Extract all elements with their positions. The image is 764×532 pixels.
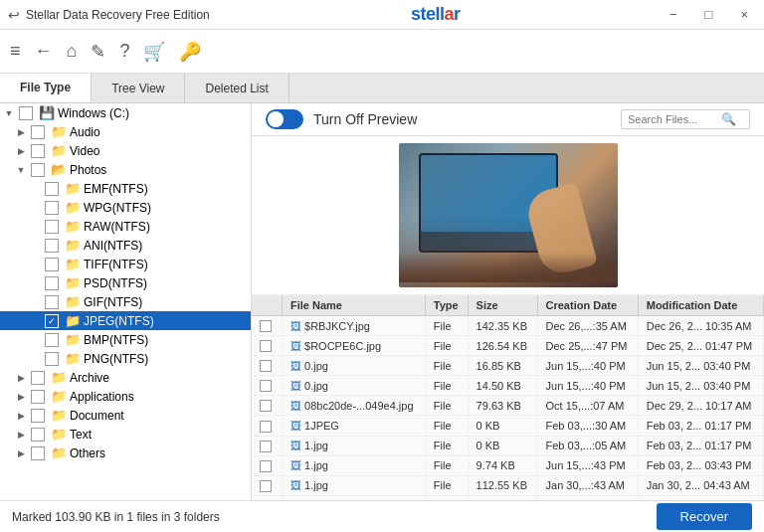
col-header-modified[interactable]: Modification Date [638,295,763,316]
expand-icon[interactable]: ▼ [2,108,16,118]
preview-toggle[interactable] [266,109,303,129]
item-checkbox[interactable] [31,163,45,177]
table-row[interactable]: 🖼 0.jpgFile14.50 KBJun 15,...:40 PMJun 1… [252,376,764,396]
folder-icon: 📁 [65,332,81,347]
file-icon: 🖼 [290,420,301,432]
sidebar-item-document[interactable]: ▶ 📁 Document [0,406,251,425]
sidebar-item-audio[interactable]: ▶ 📁 Audio [0,122,251,141]
item-checkbox[interactable] [45,182,59,196]
sidebar-item-text[interactable]: ▶ 📁 Text [0,425,251,443]
item-checkbox[interactable] [31,390,45,404]
sidebar-item-jpeg-ntfs[interactable]: ✓ 📁 JPEG(NTFS) [0,311,251,330]
col-header-filename[interactable]: File Name [283,295,426,316]
expand-icon[interactable]: ▼ [14,165,28,175]
item-checkbox[interactable] [45,352,59,366]
expand-icon[interactable]: ▶ [14,392,28,402]
help-icon[interactable]: ? [119,41,129,62]
row-checkbox[interactable] [260,360,272,372]
app-logo: stellar [411,4,461,25]
table-row[interactable]: 🖼 1.jpgFile112.55 KBJan 30,...:43 AMJan … [252,475,764,495]
row-checkbox[interactable] [260,460,272,472]
expand-icon[interactable]: ▶ [14,127,28,137]
item-checkbox[interactable] [31,446,45,460]
item-checkbox[interactable] [31,144,45,158]
item-checkbox[interactable] [45,333,59,347]
search-input[interactable] [628,113,717,125]
tab-tree-view[interactable]: Tree View [92,74,185,102]
sidebar-item-raw-ntfs[interactable]: 📁 RAW(NTFS) [0,217,251,236]
expand-icon[interactable]: ▶ [14,448,28,458]
sidebar-item-windows-c[interactable]: ▼ 💾 Windows (C:) [0,103,251,122]
folder-icon: 📁 [65,351,81,366]
col-header-created[interactable]: Creation Date [537,295,638,316]
main-layout: ▼ 💾 Windows (C:) ▶ 📁 Audio ▶ 📁 Video ▼ 📂… [0,103,764,500]
sidebar-item-ani-ntfs[interactable]: 📁 ANI(NTFS) [0,236,251,255]
close-button[interactable]: × [732,5,756,24]
sidebar-item-label: Document [70,409,124,423]
table-row[interactable]: 🖼 $ROCPE6C.jpgFile126.54 KBDec 25,...:47… [252,336,764,356]
expand-icon[interactable]: ▶ [14,146,28,156]
sidebar-item-label: JPEG(NTFS) [84,314,154,328]
row-checkbox[interactable] [260,480,272,492]
tab-deleted-list[interactable]: Deleted List [185,74,288,102]
item-checkbox[interactable]: ✓ [45,314,59,328]
item-checkbox[interactable] [31,409,45,423]
file-table-container: File Name Type Size Creation Date Modifi… [252,295,764,500]
file-name-cell: 🖼 1JPEG [283,416,426,436]
item-checkbox[interactable] [31,371,45,385]
folder-icon: 📁 [65,257,81,271]
row-checkbox[interactable] [260,400,272,412]
file-icon: 🖼 [290,440,301,451]
sidebar-item-others[interactable]: ▶ 📁 Others [0,443,251,462]
edit-icon[interactable]: ✎ [91,41,105,63]
item-checkbox[interactable] [45,220,59,234]
item-checkbox[interactable] [45,258,59,271]
table-row[interactable]: 🖼 1.jpgFile9.74 KBJun 15,...:43 PMFeb 03… [252,455,764,475]
row-checkbox[interactable] [260,380,272,392]
sidebar-item-gif-ntfs[interactable]: 📁 GIF(NTFS) [0,292,251,311]
sidebar-item-png-ntfs[interactable]: 📁 PNG(NTFS) [0,349,251,368]
expand-icon[interactable]: ▶ [14,430,28,440]
sidebar-item-emf-ntfs[interactable]: 📁 EMF(NTFS) [0,179,251,198]
row-checkbox[interactable] [260,320,272,332]
table-row[interactable]: 🖼 0.jpgFile16.85 KBJun 15,...:40 PMJun 1… [252,356,764,376]
col-header-size[interactable]: Size [468,295,537,316]
sidebar-item-bmp-ntfs[interactable]: 📁 BMP(NTFS) [0,330,251,349]
row-checkbox[interactable] [260,441,272,452]
drive-icon: 💾 [39,105,55,120]
item-checkbox[interactable] [45,239,59,253]
sidebar-item-archive[interactable]: ▶ 📁 Archive [0,368,251,387]
expand-icon[interactable]: ▶ [14,373,28,383]
tab-file-type[interactable]: File Type [0,74,92,102]
search-box: 🔍 [621,109,750,129]
sidebar-item-photos[interactable]: ▼ 📂 Photos [0,160,251,179]
sidebar-item-video[interactable]: ▶ 📁 Video [0,141,251,160]
row-checkbox[interactable] [260,421,272,433]
table-row[interactable]: 🖼 1.jpgFile0 KBFeb 03,...:05 AMFeb 03, 2… [252,436,764,455]
expand-icon[interactable]: ▶ [14,411,28,421]
sidebar-item-applications[interactable]: ▶ 📁 Applications [0,387,251,406]
item-checkbox[interactable] [45,295,59,309]
item-checkbox[interactable] [45,276,59,290]
home-icon[interactable]: ⌂ [67,41,78,62]
key-icon[interactable]: 🔑 [179,41,201,63]
back-icon[interactable]: ← [35,41,53,62]
row-checkbox[interactable] [260,340,272,352]
item-checkbox[interactable] [31,125,45,139]
col-header-type[interactable]: Type [425,295,468,316]
item-checkbox[interactable] [19,106,33,120]
sidebar-item-tiff-ntfs[interactable]: 📁 TIFF(NTFS) [0,255,251,273]
table-row[interactable]: 🖼 $RBJKCY.jpgFile142.35 KBDec 26,...:35 … [252,316,764,336]
sidebar-item-psd-ntfs[interactable]: 📁 PSD(NTFS) [0,273,251,292]
table-row[interactable]: 🖼 1JPEGFile0 KBFeb 03,...:30 AMFeb 03, 2… [252,416,764,436]
maximize-button[interactable]: □ [697,5,721,24]
item-checkbox[interactable] [31,428,45,442]
sidebar-item-wpg-ntfs[interactable]: 📁 WPG(NTFS) [0,198,251,217]
recover-button[interactable]: Recover [657,503,752,530]
table-row[interactable]: 🖼 08bc20de-...049e4.jpgFile79.63 KBOct 1… [252,396,764,416]
table-row[interactable]: 🖼 1.jpgFile7.98 KBJun 15,...:40 PMJun 15… [252,495,764,500]
minimize-button[interactable]: − [662,5,685,24]
menu-icon[interactable]: ≡ [10,41,21,62]
item-checkbox[interactable] [45,201,59,215]
cart-icon[interactable]: 🛒 [143,41,165,63]
